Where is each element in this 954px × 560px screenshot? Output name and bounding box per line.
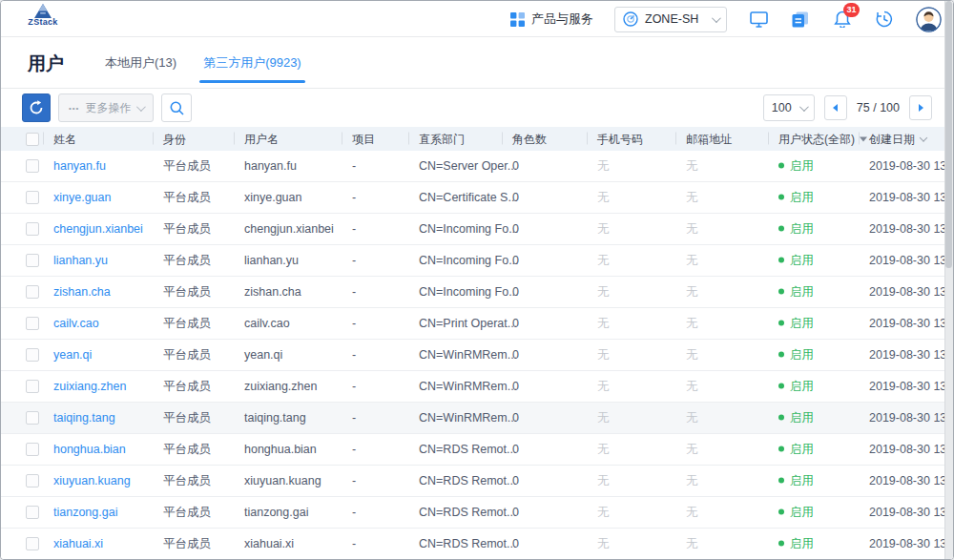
column-header-project[interactable]: 项目 [352,131,375,147]
row-checkbox[interactable] [26,380,39,393]
row-checkbox[interactable] [26,411,39,425]
column-header-created-sort[interactable]: 创建日期 [869,131,926,147]
row-checkbox[interactable] [26,443,39,456]
zstack-logo-icon [34,4,52,18]
column-header-department[interactable]: 直系部门 [419,131,465,147]
chevron-down-icon [136,102,146,112]
more-actions-button[interactable]: ••• 更多操作 [58,93,154,122]
status-dot-icon [778,446,784,452]
user-email: 无 [686,190,698,206]
user-role-count: 0 [512,506,519,519]
user-project: - [352,443,356,456]
search-button[interactable] [161,93,192,122]
user-name-link[interactable]: hanyan.fu [53,159,106,173]
user-name-link[interactable]: lianhan.yu [53,254,108,267]
user-department: CN=Incoming Fo... [419,285,519,299]
user-phone: 无 [597,347,610,363]
row-checkbox[interactable] [26,506,39,519]
user-name-link[interactable]: xiahuai.xi [53,537,103,550]
user-project: - [352,506,356,519]
user-phone: 无 [597,410,610,426]
column-header-email[interactable]: 邮箱地址 [686,131,732,147]
user-username: tianzong.gai [244,506,308,519]
more-dots-icon: ••• [69,104,79,113]
next-page-button[interactable] [909,95,932,120]
row-checkbox[interactable] [26,254,39,267]
notifications-button[interactable]: 31 [832,9,853,30]
user-name-link[interactable]: honghua.bian [53,443,126,456]
user-project: - [352,254,356,267]
user-phone: 无 [597,221,610,238]
previous-page-button[interactable] [824,95,847,120]
row-checkbox[interactable] [26,159,39,173]
user-name-link[interactable]: zishan.cha [53,285,111,299]
row-checkbox[interactable] [26,191,39,204]
select-all-checkbox[interactable] [26,133,39,146]
user-identity: 平台成员 [163,253,211,269]
products-services-menu[interactable]: 产品与服务 [510,10,593,28]
user-department: CN=RDS Remot... [419,443,516,456]
column-header-phone[interactable]: 手机号码 [597,131,643,147]
page-title: 用户 [28,52,64,76]
column-header-username[interactable]: 用户名 [244,131,279,147]
table-row: taiqing.tang 平台成员 taiqing.tang - CN=WinR… [1,403,953,434]
table-row: xiuyuan.kuang 平台成员 xiuyuan.kuang - CN=RD… [1,466,953,497]
table-row: xiahuai.xi 平台成员 xiahuai.xi - CN=RDS Remo… [1,529,953,560]
user-email: 无 [686,379,698,395]
arrow-left-icon [833,104,838,112]
operation-history-button[interactable] [874,9,895,30]
user-name-link[interactable]: xinye.guan [53,191,111,204]
row-checkbox[interactable] [26,348,39,362]
zstack-logo[interactable]: ZStack [22,4,64,27]
column-header-name[interactable]: 姓名 [53,131,76,147]
user-created-date: 2019-08-30 13:3... [869,285,954,299]
operation-log-button[interactable] [790,9,811,30]
user-name-link[interactable]: chengjun.xianbei [53,222,143,236]
column-header-roles[interactable]: 角色数 [512,131,547,147]
user-department: CN=RDS Remot... [419,506,516,519]
user-created-date: 2019-08-30 13:3... [869,191,954,204]
checkbox-icon [26,159,39,173]
vertical-scrollbar[interactable] [944,1,953,559]
table-toolbar: ••• 更多操作 100 75 / 100 [1,89,953,127]
page-size-select[interactable]: 100 [763,94,815,121]
user-role-count: 0 [512,159,519,173]
user-department: CN=WinRMRem... [419,348,517,362]
user-status-badge: 启用 [778,473,814,489]
row-checkbox[interactable] [26,285,39,299]
column-header-identity[interactable]: 身份 [163,131,186,147]
scrollbar-thumb[interactable] [945,1,952,268]
row-checkbox[interactable] [26,537,39,550]
zone-selector[interactable]: ZONE-SH [614,7,727,32]
user-name-link[interactable]: taiqing.tang [53,411,115,425]
table-row: xinye.guan 平台成员 xinye.guan - CN=Certific… [1,182,953,214]
user-name-link[interactable]: xiuyuan.kuang [53,474,131,487]
status-dot-icon [778,289,784,295]
console-monitor-button[interactable] [748,9,769,30]
user-username: yean.qi [244,348,282,362]
user-project: - [352,474,356,487]
row-checkbox[interactable] [26,222,39,236]
user-name-link[interactable]: tianzong.gai [53,506,117,519]
user-status-badge: 启用 [778,347,814,363]
pagination: 100 75 / 100 [763,94,932,121]
column-header-status-filter[interactable]: 用户状态(全部) [778,131,867,147]
user-name-link[interactable]: cailv.cao [53,317,99,330]
created-sort-label: 创建日期 [869,132,915,145]
user-role-count: 0 [512,191,519,204]
table-row: zishan.cha 平台成员 zishan.cha - CN=Incoming… [1,277,953,308]
user-avatar[interactable] [916,7,942,32]
tab-local-users[interactable]: 本地用户(13) [92,37,190,89]
row-checkbox[interactable] [26,474,39,487]
monitor-icon [750,11,768,28]
user-project: - [352,537,356,550]
user-name-link[interactable]: yean.qi [53,348,92,362]
row-checkbox[interactable] [26,317,39,330]
refresh-button[interactable] [22,93,51,122]
user-project: - [352,191,356,204]
user-name-link[interactable]: zuixiang.zhen [53,380,126,393]
table-row: cailv.cao 平台成员 cailv.cao - CN=Print Oper… [1,308,953,340]
chevron-down-icon [712,13,721,23]
tab-third-party-users[interactable]: 第三方用户(9923) [190,37,315,89]
page-indicator: 75 / 100 [857,101,900,114]
